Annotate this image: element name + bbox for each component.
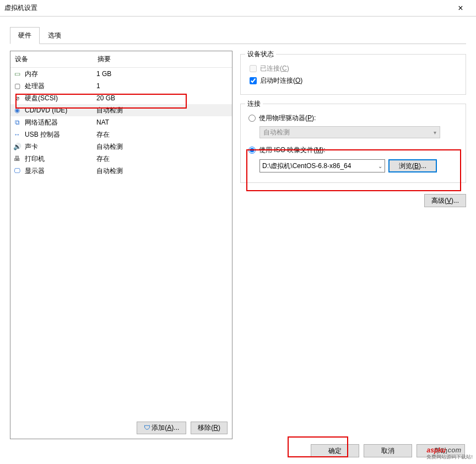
right-pane: 设备状态 已连接(C) 启动时连接(O) 连接 使用物理驱动器(P): 自动检测… (240, 51, 466, 439)
connection-group: 连接 使用物理驱动器(P): 自动检测▾ 使用 ISO 映像文件(M): D:\… (240, 104, 466, 183)
device-row[interactable]: ▭内存1 GB (10, 68, 232, 80)
device-name: 显示器 (25, 166, 96, 176)
device-summary: 1 GB (96, 70, 111, 78)
device-name: 处理器 (25, 82, 96, 91)
device-rows: ▭内存1 GB▢处理器1⌀硬盘(SCSI)20 GB◉CD/DVD (IDE)自… (10, 68, 232, 177)
advanced-row: 高级(V)... (240, 194, 466, 207)
device-list-header: 设备 摘要 (10, 51, 232, 68)
header-device: 设备 (15, 55, 98, 64)
physical-drive-row[interactable]: 使用物理驱动器(P): (248, 112, 458, 124)
physical-radio[interactable] (248, 115, 256, 122)
cd-icon: ◉ (13, 106, 21, 115)
device-name: 网络适配器 (25, 118, 96, 127)
device-row[interactable]: ▢处理器1 (10, 80, 232, 92)
iso-input-row: D:\虚拟机\CentOS-6.8-x86_64⌄ 浏览(B)... (259, 159, 458, 172)
status-legend: 设备状态 (245, 50, 276, 59)
connect-at-power-row[interactable]: 启动时连接(O) (248, 74, 458, 87)
chevron-down-icon: ▾ (434, 130, 436, 136)
browse-button[interactable]: 浏览(B)... (388, 159, 437, 172)
device-summary: 存在 (96, 154, 110, 164)
add-button[interactable]: 🛡添加(A)... (137, 422, 186, 434)
iso-radio[interactable] (248, 147, 256, 154)
display-icon: 🖵 (13, 166, 21, 175)
shield-icon: 🛡 (144, 424, 150, 431)
physical-drive-combo: 自动检测▾ (259, 126, 440, 138)
device-status-group: 设备状态 已连接(C) 启动时连接(O) (240, 54, 466, 95)
advanced-button[interactable]: 高级(V)... (424, 194, 466, 207)
tabs: 硬件 选项 (0, 17, 476, 44)
connect-at-power-checkbox[interactable] (250, 77, 257, 84)
tab-options[interactable]: 选项 (40, 27, 69, 44)
device-row[interactable]: 🔊声卡自动检测 (10, 141, 232, 153)
device-row[interactable]: 🖶打印机存在 (10, 153, 232, 165)
memory-icon: ▭ (13, 69, 21, 78)
device-name: 打印机 (25, 154, 96, 164)
help-button[interactable]: 帮助 (416, 444, 465, 457)
content: 设备 摘要 ▭内存1 GB▢处理器1⌀硬盘(SCSI)20 GB◉CD/DVD … (0, 44, 476, 449)
device-row[interactable]: ↔USB 控制器存在 (10, 128, 232, 141)
device-list-pane: 设备 摘要 ▭内存1 GB▢处理器1⌀硬盘(SCSI)20 GB◉CD/DVD … (10, 51, 232, 439)
connected-row[interactable]: 已连接(C) (248, 62, 458, 74)
iso-path-input[interactable]: D:\虚拟机\CentOS-6.8-x86_64⌄ (259, 159, 385, 172)
device-name: USB 控制器 (25, 130, 96, 139)
device-name: 内存 (25, 69, 96, 79)
remove-button[interactable]: 移除(R) (191, 422, 228, 434)
device-row[interactable]: ⌀硬盘(SCSI)20 GB (10, 92, 232, 104)
disk-icon: ⌀ (13, 94, 21, 102)
device-row[interactable]: ◉CD/DVD (IDE)自动检测 (10, 104, 232, 116)
cancel-button[interactable]: 取消 (364, 444, 412, 457)
device-name: 声卡 (25, 142, 96, 152)
chevron-down-icon[interactable]: ⌄ (378, 163, 382, 169)
device-name: 硬盘(SCSI) (25, 94, 96, 103)
connection-legend: 连接 (245, 99, 263, 109)
header-summary: 摘要 (98, 55, 111, 64)
device-row[interactable]: ⧉网络适配器NAT (10, 116, 232, 128)
close-icon[interactable]: × (450, 3, 472, 13)
device-row[interactable]: 🖵显示器自动检测 (10, 165, 232, 177)
ok-button[interactable]: 确定 (311, 444, 359, 457)
titlebar: 虚拟机设置 × (0, 0, 476, 17)
device-summary: 20 GB (96, 94, 115, 102)
device-summary: 1 (96, 82, 100, 90)
dialog-buttons: 确定 取消 帮助 (311, 444, 465, 457)
device-name: CD/DVD (IDE) (25, 106, 96, 114)
tab-hardware[interactable]: 硬件 (10, 27, 40, 44)
device-summary: 自动检测 (96, 142, 123, 152)
iso-row[interactable]: 使用 ISO 映像文件(M): (248, 144, 458, 156)
cpu-icon: ▢ (13, 82, 21, 90)
window-title: 虚拟机设置 (4, 3, 450, 13)
usb-icon: ↔ (13, 130, 21, 139)
printer-icon: 🖶 (13, 154, 21, 163)
device-summary: NAT (96, 118, 109, 126)
sound-icon: 🔊 (13, 142, 21, 151)
device-summary: 自动检测 (96, 106, 123, 115)
net-icon: ⧉ (13, 118, 21, 127)
connected-checkbox (250, 65, 257, 72)
device-summary: 存在 (96, 130, 110, 139)
left-buttons: 🛡添加(A)... 移除(R) (137, 422, 228, 434)
device-summary: 自动检测 (96, 166, 123, 176)
